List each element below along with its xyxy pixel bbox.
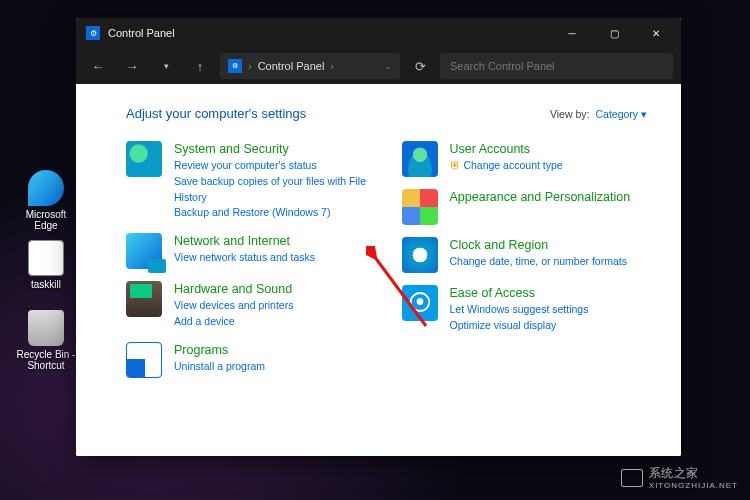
category-sublink[interactable]: Add a device <box>174 314 293 330</box>
chevron-down-icon[interactable]: ⌄ <box>385 62 392 71</box>
breadcrumb[interactable]: ⚙ › Control Panel › ⌄ <box>220 53 400 79</box>
view-by: View by: Category ▾ <box>550 108 647 120</box>
category-sublink[interactable]: Review your computer's status <box>174 158 372 174</box>
category-user-accounts: User Accounts ⛨ Change account type <box>402 141 648 177</box>
category-sublink[interactable]: Let Windows suggest settings <box>450 302 589 318</box>
watermark-text: 系统之家 <box>649 465 738 482</box>
titlebar[interactable]: ⚙ Control Panel ─ ▢ ✕ <box>76 18 681 48</box>
breadcrumb-item[interactable]: Control Panel <box>258 60 325 72</box>
category-sublink[interactable]: View devices and printers <box>174 298 293 314</box>
category-link[interactable]: Programs <box>174 343 265 357</box>
category-link[interactable]: User Accounts <box>450 142 563 156</box>
control-panel-window: ⚙ Control Panel ─ ▢ ✕ ← → ▾ ↑ ⚙ › Contro… <box>76 18 681 456</box>
desktop-icon-label: Recycle Bin - Shortcut <box>16 349 76 371</box>
accessibility-icon[interactable]: ⦿ <box>402 285 438 321</box>
category-link[interactable]: System and Security <box>174 142 372 156</box>
back-button[interactable]: ← <box>84 52 112 80</box>
breadcrumb-chevron: › <box>248 60 252 72</box>
programs-icon[interactable] <box>126 342 162 378</box>
forward-button[interactable]: → <box>118 52 146 80</box>
category-link[interactable]: Appearance and Personalization <box>450 190 631 204</box>
category-sublink[interactable]: Optimize visual display <box>450 318 589 334</box>
recycle-bin-icon <box>28 310 64 346</box>
breadcrumb-chevron: › <box>330 60 334 72</box>
category-sublink[interactable]: Uninstall a program <box>174 359 265 375</box>
category-ease-of-access: ⦿ Ease of Access Let Windows suggest set… <box>402 285 648 334</box>
category-hardware-sound: Hardware and Sound View devices and prin… <box>126 281 372 330</box>
search-placeholder: Search Control Panel <box>450 60 555 72</box>
shield-icon[interactable] <box>126 141 162 177</box>
desktop-icon-edge[interactable]: Microsoft Edge <box>16 170 76 231</box>
minimize-button[interactable]: ─ <box>551 18 593 48</box>
desktop-icon-label: Microsoft Edge <box>16 209 76 231</box>
category-sublink[interactable]: ⛨ Change account type <box>450 158 563 174</box>
category-appearance: Appearance and Personalization <box>402 189 648 225</box>
watermark-subtext: XITONGZHIJIA.NET <box>649 481 738 490</box>
dropdown-history[interactable]: ▾ <box>152 52 180 80</box>
category-link[interactable]: Ease of Access <box>450 286 589 300</box>
network-icon[interactable] <box>126 233 162 269</box>
content-area: Adjust your computer's settings View by:… <box>76 84 681 456</box>
category-link[interactable]: Clock and Region <box>450 238 627 252</box>
category-link[interactable]: Hardware and Sound <box>174 282 293 296</box>
viewby-dropdown[interactable]: Category ▾ <box>595 108 647 120</box>
page-title: Adjust your computer's settings <box>126 106 306 121</box>
desktop-icon-recycle-bin[interactable]: Recycle Bin - Shortcut <box>16 310 76 371</box>
category-clock-region: Clock and Region Change date, time, or n… <box>402 237 648 273</box>
category-link[interactable]: Network and Internet <box>174 234 315 248</box>
watermark: 系统之家 XITONGZHIJIA.NET <box>621 465 738 490</box>
edge-icon <box>28 170 64 206</box>
close-button[interactable]: ✕ <box>635 18 677 48</box>
app-icon: ⚙ <box>86 26 100 40</box>
window-title: Control Panel <box>108 27 175 39</box>
search-input[interactable]: Search Control Panel <box>440 53 673 79</box>
viewby-label: View by: <box>550 108 590 120</box>
desktop-icon-taskkill[interactable]: taskkill <box>16 240 76 290</box>
category-column-right: User Accounts ⛨ Change account type Appe… <box>402 141 648 378</box>
watermark-logo-icon <box>621 469 643 487</box>
maximize-button[interactable]: ▢ <box>593 18 635 48</box>
category-sublink[interactable]: Save backup copies of your files with Fi… <box>174 174 372 206</box>
category-sublink[interactable]: Change date, time, or number formats <box>450 254 627 270</box>
category-system-security: System and Security Review your computer… <box>126 141 372 221</box>
refresh-button[interactable]: ⟳ <box>406 52 434 80</box>
category-programs: Programs Uninstall a program <box>126 342 372 378</box>
category-network-internet: Network and Internet View network status… <box>126 233 372 269</box>
printer-icon[interactable] <box>126 281 162 317</box>
category-sublink[interactable]: Backup and Restore (Windows 7) <box>174 205 372 221</box>
file-icon <box>28 240 64 276</box>
user-icon[interactable] <box>402 141 438 177</box>
appearance-icon[interactable] <box>402 189 438 225</box>
category-column-left: System and Security Review your computer… <box>126 141 372 378</box>
toolbar: ← → ▾ ↑ ⚙ › Control Panel › ⌄ ⟳ Search C… <box>76 48 681 84</box>
control-panel-icon: ⚙ <box>228 59 242 73</box>
desktop-icon-label: taskkill <box>16 279 76 290</box>
category-sublink[interactable]: View network status and tasks <box>174 250 315 266</box>
clock-icon[interactable] <box>402 237 438 273</box>
up-button[interactable]: ↑ <box>186 52 214 80</box>
